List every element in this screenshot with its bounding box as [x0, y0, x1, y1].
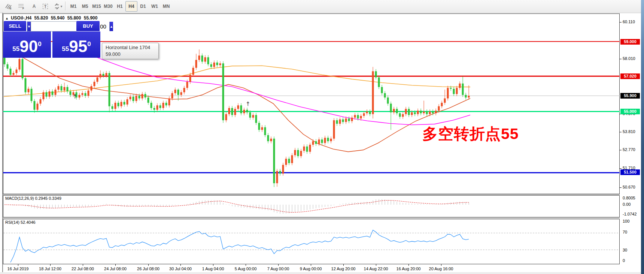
candle [216, 63, 218, 65]
candle [204, 57, 206, 62]
candle [306, 147, 308, 152]
candle [7, 64, 9, 69]
text-box-icon[interactable]: T [40, 1, 51, 12]
tab-timeframe-w1[interactable]: W1 [149, 1, 161, 12]
candle [58, 86, 60, 90]
candle [171, 93, 173, 98]
toolbar-separator [65, 1, 66, 10]
buy-price-sup: 0 [87, 40, 91, 48]
time-tick-label: 16 Jul 2019 [7, 267, 29, 271]
tab-timeframe-d1[interactable]: D1 [137, 1, 149, 12]
candle [267, 135, 269, 141]
candle [360, 116, 362, 118]
candle [300, 151, 302, 156]
sell-price-display[interactable]: 55900 [3, 31, 51, 58]
candle [366, 111, 368, 113]
candle [207, 57, 209, 64]
tab-timeframe-m1[interactable]: M1 [67, 1, 79, 12]
candle [192, 68, 194, 75]
time-tick-mark [213, 264, 213, 266]
tab-timeframe-h4[interactable]: H4 [125, 1, 137, 12]
indicators-icon[interactable]: E [3, 1, 14, 12]
candle [52, 91, 54, 95]
candle [145, 94, 146, 97]
hline-layer [3, 42, 620, 173]
candle [79, 95, 80, 97]
price-level-badge: 57.020 [620, 73, 640, 79]
macd-tick-label: -1.0742 [623, 212, 637, 216]
volume-increase-button[interactable]: ▲ [109, 22, 113, 31]
grid-icon[interactable]: F [16, 1, 27, 12]
arrows-objects-icon[interactable]: ▼ [52, 1, 65, 12]
price-tick-label: 52.770 [623, 147, 635, 152]
candle [444, 98, 446, 103]
candle [369, 111, 371, 114]
quote-low: 55.800 [67, 15, 81, 21]
buy-price-display[interactable]: 55950 [52, 31, 100, 58]
candle [115, 103, 116, 109]
candle [429, 111, 431, 114]
candle [183, 88, 185, 92]
candle [121, 102, 122, 106]
candle [100, 74, 101, 77]
candle [381, 87, 383, 93]
tab-timeframe-h1[interactable]: H1 [114, 1, 126, 12]
dagger-marker[interactable]: † [246, 100, 249, 107]
time-tick-label: 30 Jul 04:00 [169, 267, 192, 271]
buy-button[interactable]: BUY [76, 21, 100, 31]
candle [133, 97, 134, 101]
tab-timeframe-mn[interactable]: MN [160, 1, 172, 12]
candle [55, 90, 57, 95]
candle [462, 84, 464, 95]
rsi-panel[interactable] [3, 219, 620, 264]
candle [291, 155, 293, 163]
moving-average-layer [4, 49, 470, 152]
macd-panel[interactable] [3, 195, 620, 217]
svg-text:E: E [10, 7, 12, 10]
candle [162, 103, 164, 108]
candle [94, 82, 95, 86]
symbol-label: USOil-,H4 [11, 15, 31, 21]
price-tick-label: 58.010 [623, 56, 635, 61]
object-tooltip: Horizontal Line 1704 59.000 [102, 43, 159, 59]
sell-button[interactable]: SELL [4, 21, 26, 31]
tab-timeframe-m15[interactable]: M15 [91, 1, 103, 12]
tab-timeframe-m5[interactable]: M5 [79, 1, 91, 12]
candle [13, 73, 15, 75]
time-tick-mark [18, 264, 18, 266]
candle [154, 108, 155, 110]
time-tick-mark [83, 264, 83, 266]
candle [34, 101, 36, 109]
time-tick-label: 18 Jul 12:00 [39, 267, 61, 271]
candle [222, 63, 224, 120]
candle [19, 59, 21, 69]
candle [112, 106, 113, 109]
axis-tick-mark [620, 132, 622, 132]
candle [246, 110, 248, 112]
candle [180, 92, 182, 95]
volume-decrease-button[interactable]: ▼ [27, 22, 31, 31]
tooltip-value: 59.000 [106, 51, 155, 58]
ma-slow-orange [4, 66, 470, 97]
candlestick-layer [4, 49, 470, 187]
rsi-tick-label: 100 [623, 219, 629, 223]
price-tick-label: 60.110 [623, 19, 635, 24]
candle [160, 105, 161, 108]
dagger-marker[interactable]: † [73, 93, 76, 99]
candle [336, 120, 338, 124]
volume-stepper: ▼ ▲ [27, 21, 76, 31]
text-label-icon[interactable]: A [28, 1, 40, 12]
window-right-border [641, 0, 644, 274]
tab-timeframe-m30[interactable]: M30 [102, 1, 114, 12]
time-tick-label: 24 Jul 08:00 [104, 267, 127, 271]
time-axis: 16 Jul 201918 Jul 12:0022 Jul 08:0024 Ju… [2, 264, 641, 272]
time-tick-mark [180, 264, 181, 266]
candle [405, 109, 407, 114]
candle [288, 159, 290, 163]
candle [324, 138, 326, 143]
candle [139, 96, 140, 98]
candle [240, 105, 242, 113]
collapse-arrow-icon[interactable]: ▲ [5, 16, 9, 20]
time-tick-mark [278, 264, 279, 266]
axis-tick-mark [620, 59, 622, 59]
